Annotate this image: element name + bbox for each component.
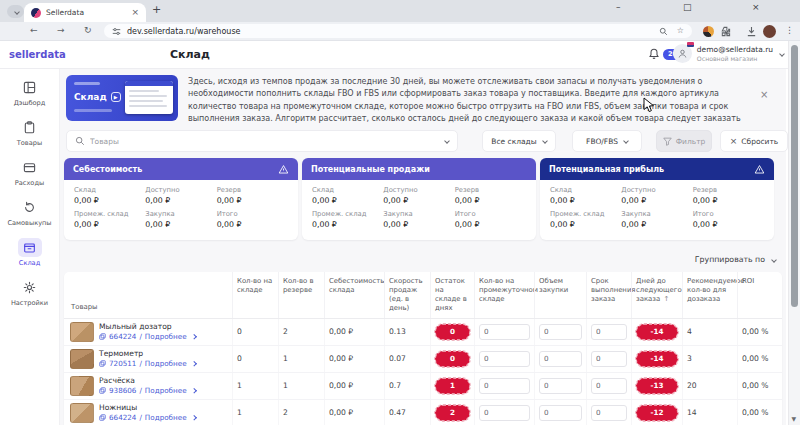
reset-button[interactable]: × Сбросить	[720, 130, 788, 152]
purchase-input[interactable]	[539, 378, 582, 394]
table-row: Термометр 720511/Подробнее 0 1 0,00 ₽ 0.…	[64, 346, 782, 373]
back-icon[interactable]: ←	[30, 25, 38, 35]
table-row: Мыльный дозатор 664224/Подробнее 0 2 0,0…	[64, 319, 782, 346]
purchase-input[interactable]	[539, 405, 582, 421]
intermediate-input[interactable]	[479, 351, 530, 367]
intermediate-input[interactable]	[479, 324, 530, 340]
tab-close-icon[interactable]: ×	[131, 8, 139, 17]
purchase-input[interactable]	[539, 324, 582, 340]
extension-icon[interactable]	[703, 26, 714, 37]
zoom-icon[interactable]	[659, 27, 668, 36]
roi: 0,00 %	[737, 319, 782, 345]
fulfillment-select[interactable]: FBO/FBS	[572, 130, 642, 152]
promo-screenshot	[125, 81, 173, 114]
site-info-icon[interactable]	[112, 27, 121, 36]
table-row: Ножницы 664224/Подробнее 1 2 0,00 ₽ 0.47…	[64, 400, 782, 425]
chevron-down-icon	[14, 9, 20, 15]
search-input[interactable]	[90, 137, 438, 146]
browser-menu-icon[interactable]: ⋮	[785, 25, 794, 35]
sales-speed: 0.13	[384, 319, 430, 345]
product-name: Термометр	[99, 349, 195, 358]
url-text: dev.sellerdata.ru/warehouse	[127, 27, 240, 36]
table-row: Расчёска 938606/Подробнее 1 1 0,00 ₽ 0.7…	[64, 373, 782, 400]
purchase-cell	[534, 346, 586, 372]
cost: 0,00 ₽	[324, 319, 384, 345]
sorted-column-header[interactable]: Дней до следующего заказа ↑	[631, 272, 682, 318]
purchase-input[interactable]	[539, 351, 582, 367]
user-menu[interactable]: demo@sellerdata.ru Основной магазин	[673, 44, 784, 63]
lead-time-input[interactable]	[591, 351, 627, 367]
scrollbar-thumb[interactable]	[791, 45, 798, 307]
reload-icon[interactable]: ↻	[84, 25, 92, 35]
promo-video-card[interactable]: Склад▶	[66, 75, 178, 121]
address-bar[interactable]: dev.sellerdata.ru/warehouse ☆	[104, 24, 692, 38]
purchase-cell	[534, 400, 586, 425]
person-icon	[677, 48, 688, 59]
window-minimize-button[interactable]: –	[616, 2, 621, 12]
sidebar-item-products[interactable]: Товары	[17, 118, 42, 147]
scrollbar-down-arrow[interactable]: ▼	[792, 415, 797, 422]
sidebar-item-expenses[interactable]: Расходы	[15, 158, 44, 187]
sidebar: Дэшборд Товары Расходы Самовыкупы Склад …	[0, 69, 60, 425]
product-link[interactable]: 664224/Подробнее	[99, 332, 195, 341]
window-close-button[interactable]: ×	[752, 2, 760, 12]
group-by-button[interactable]: Группировать по	[695, 255, 776, 264]
product-link[interactable]: 938606/Подробнее	[99, 386, 195, 395]
page-scrollbar[interactable]: ▼	[788, 41, 800, 425]
sidebar-item-dashboard[interactable]: Дэшборд	[14, 78, 46, 107]
lead-time-cell	[586, 400, 631, 425]
intermediate-input[interactable]	[479, 405, 530, 421]
product-link[interactable]: 664224/Подробнее	[99, 413, 195, 422]
cost: 0,00 ₽	[324, 400, 384, 425]
filter-button[interactable]: Фильтр	[656, 130, 712, 152]
intermediate-cell	[474, 400, 534, 425]
banner-close-icon[interactable]: ×	[760, 89, 768, 100]
cost: 0,00 ₽	[324, 373, 384, 399]
clipboard-icon	[23, 121, 36, 134]
extensions-puzzle-icon[interactable]	[720, 26, 731, 37]
bookmark-star-icon[interactable]: ☆	[677, 27, 684, 35]
days-left-cell: 2	[430, 400, 474, 425]
qty-reserve: 2	[278, 400, 324, 425]
forward-icon[interactable]: →	[57, 25, 65, 35]
qty-reserve: 1	[278, 346, 324, 372]
banner-description: Здесь, исходя из темпов продаж за послед…	[188, 76, 750, 126]
refresh-icon	[23, 201, 36, 214]
intermediate-input[interactable]	[479, 378, 530, 394]
qty-reserve: 1	[278, 373, 324, 399]
browser-tab[interactable]: Sellerdata ×	[24, 3, 146, 22]
days-left-badge: 0	[435, 324, 470, 340]
days-to-order-badge: -14	[636, 324, 678, 340]
days-to-order-cell: -14	[631, 346, 682, 372]
tab-title: Sellerdata	[46, 8, 126, 17]
product-cell: Мыльный дозатор 664224/Подробнее	[64, 319, 232, 345]
days-left-badge: 2	[435, 405, 470, 421]
browser-profile-avatar[interactable]	[763, 25, 776, 38]
product-link[interactable]: 720511/Подробнее	[99, 359, 195, 368]
lead-time-input[interactable]	[591, 405, 627, 421]
product-cell: Расчёска 938606/Подробнее	[64, 373, 232, 399]
copy-icon	[99, 360, 106, 367]
sidebar-item-warehouse[interactable]: Склад	[18, 238, 42, 267]
qty-stock: 1	[232, 373, 278, 399]
tab-search-button[interactable]	[7, 5, 24, 18]
product-image	[70, 322, 94, 342]
sellerdata-logo[interactable]: sellerdata	[9, 49, 66, 60]
new-tab-button[interactable]: +	[152, 3, 161, 16]
card-cost: Себестоимость Склад0,00 ₽ Доступно0,00 ₽…	[64, 158, 298, 240]
days-to-order-cell: -13	[631, 373, 682, 399]
lead-time-input[interactable]	[591, 324, 627, 340]
lead-time-input[interactable]	[591, 378, 627, 394]
sidebar-item-settings[interactable]: Настройки	[11, 278, 48, 307]
sales-speed: 0.47	[384, 400, 430, 425]
roi: 0,00 %	[737, 400, 782, 425]
warehouse-select[interactable]: Все склады	[482, 130, 556, 152]
promo-decor	[74, 82, 100, 85]
downloads-icon[interactable]	[746, 26, 757, 37]
sidebar-item-buyouts[interactable]: Самовыкупы	[7, 198, 51, 227]
warehouse-box-icon	[23, 241, 36, 254]
chevron-down-icon[interactable]	[444, 138, 450, 144]
window-maximize-button[interactable]: □	[683, 2, 692, 12]
screen: Sellerdata × + – □ × ← → ↻ dev.sellerdat…	[0, 0, 800, 425]
play-icon: ▶	[111, 92, 121, 102]
